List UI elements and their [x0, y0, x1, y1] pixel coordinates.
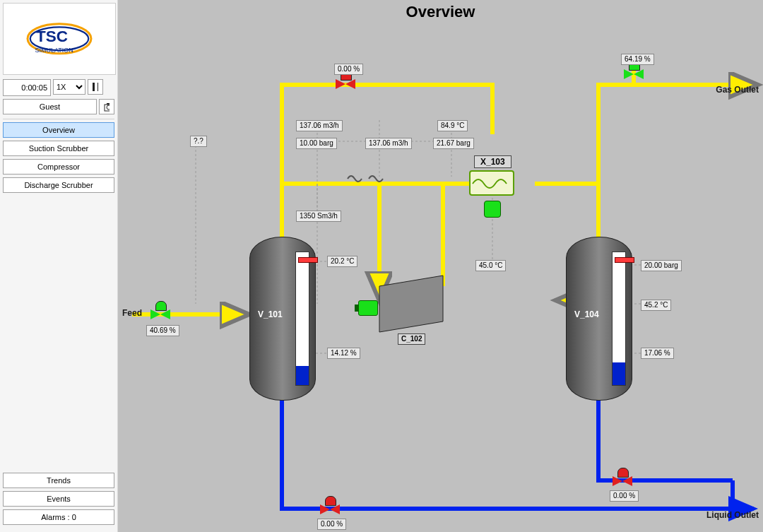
feed-label: Feed — [122, 308, 142, 318]
reading-suction-press: 10.00 barg — [296, 138, 337, 149]
nav-alarms[interactable]: Alarms : 0 — [3, 509, 114, 525]
pause-icon — [93, 83, 98, 91]
liquid-outlet-label: Liquid Outlet — [706, 510, 759, 520]
valve-v104-drain[interactable] — [613, 471, 632, 490]
c102-label: C_102 — [398, 333, 425, 345]
valve-v104-drain-reading: 0.00 % — [610, 490, 639, 502]
diagram-canvas: Overview — [118, 0, 763, 532]
sidebar: TSC SIMULATION 1X Guest Overview Suction… — [0, 0, 118, 532]
valve-gas-out-reading: 64.19 % — [621, 54, 654, 65]
valve-v101-drain[interactable] — [320, 499, 340, 519]
reading-discharge-press: 21.67 barg — [433, 138, 474, 149]
valve-recycle-reading: 0.00 % — [334, 64, 363, 75]
svg-text:SIMULATION: SIMULATION — [35, 47, 73, 54]
motor-icon — [358, 300, 378, 316]
v101-label: V_101 — [258, 309, 283, 319]
reading-hx-out-temp: 45.0 °C — [475, 260, 506, 271]
x103-label: X_103 — [474, 155, 511, 168]
svg-point-7 — [107, 105, 110, 110]
svg-marker-9 — [379, 276, 443, 332]
nav-trends[interactable]: Trends — [3, 473, 114, 488]
reading-v101-level: 14.12 % — [327, 348, 360, 359]
svg-rect-5 — [97, 83, 98, 91]
compressor-icon — [379, 276, 443, 332]
reading-suction-flow: 137.06 m3/h — [296, 120, 343, 131]
reading-v104-press: 20.00 barg — [641, 260, 682, 271]
reading-std-flow: 1350 Sm3/h — [296, 211, 341, 222]
reading-v104-level: 17.06 % — [641, 348, 674, 359]
reading-v104-temp: 45.2 °C — [641, 300, 671, 311]
nav-discharge-scrubber[interactable]: Discharge Scrubber — [3, 177, 114, 193]
valve-v101-drain-reading: 0.00 % — [317, 519, 346, 530]
nav-overview[interactable]: Overview — [3, 122, 114, 138]
svg-rect-10 — [470, 171, 514, 195]
save-snapshot-button[interactable] — [99, 99, 114, 114]
svg-rect-4 — [93, 83, 95, 91]
pause-button[interactable] — [88, 79, 103, 95]
sim-time-input[interactable] — [3, 79, 51, 96]
svg-rect-8 — [107, 103, 110, 105]
svg-text:TSC: TSC — [36, 28, 68, 45]
gas-outlet-label: Gas Outlet — [716, 85, 759, 95]
valve-feed-reading: 40.69 % — [146, 325, 179, 336]
nav-suction-scrubber[interactable]: Suction Scrubber — [3, 141, 114, 156]
reading-feed-rate: ?.? — [190, 136, 207, 147]
logo: TSC SIMULATION — [3, 3, 116, 75]
user-button[interactable]: Guest — [3, 99, 97, 114]
valve-recycle[interactable] — [336, 73, 355, 93]
tsc-logo-icon: TSC SIMULATION — [17, 15, 102, 63]
camera-icon — [104, 102, 110, 112]
reading-v101-temp: 20.2 °C — [327, 256, 357, 267]
sim-speed-select[interactable]: 1X — [53, 79, 85, 95]
v104-label: V_104 — [574, 309, 599, 319]
valve-gas-out[interactable] — [624, 64, 644, 83]
reading-discharge-flow: 137.06 m3/h — [365, 138, 412, 149]
cooler-drum-icon — [484, 201, 501, 218]
reading-discharge-temp: 84.9 °C — [437, 120, 468, 131]
nav-events[interactable]: Events — [3, 491, 114, 507]
nav-compressor[interactable]: Compressor — [3, 159, 114, 175]
valve-feed[interactable] — [150, 304, 170, 324]
